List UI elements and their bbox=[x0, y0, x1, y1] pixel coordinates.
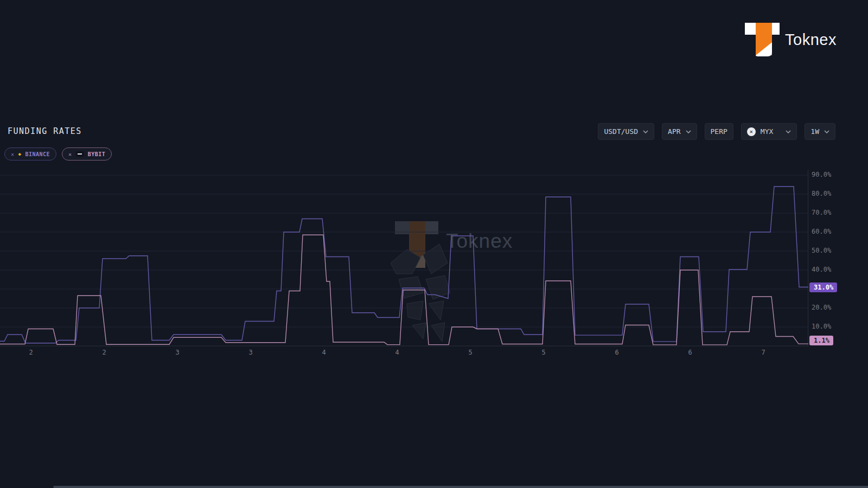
y-tick-label: 90.0% bbox=[812, 171, 831, 178]
series-line-binance bbox=[0, 187, 808, 343]
x-tick-label: 4 bbox=[395, 349, 399, 356]
x-tick-label: 5 bbox=[468, 349, 472, 356]
last-price-badge-bybit: 1.1% bbox=[809, 336, 833, 345]
chevron-down-icon bbox=[686, 130, 691, 133]
y-tick-label: 10.0% bbox=[812, 323, 831, 330]
market-type-button[interactable]: PERP bbox=[705, 123, 733, 140]
x-tick-label: 4 bbox=[322, 349, 326, 356]
x-axis: 22334455667 bbox=[0, 349, 808, 357]
app-logo: Toknex bbox=[745, 21, 837, 59]
chevron-down-icon bbox=[643, 130, 648, 133]
funding-rates-chart bbox=[0, 165, 808, 350]
x-tick-label: 2 bbox=[102, 349, 106, 356]
y-tick-label: 50.0% bbox=[812, 247, 831, 254]
logo-wordmark: Toknex bbox=[785, 31, 837, 49]
exchange-chips: ✕ ◆ BINANCE ✕ BYBIT bbox=[4, 147, 112, 160]
chevron-down-icon bbox=[786, 130, 791, 133]
y-axis: 90.0%80.0%70.0%60.0%50.0%40.0%20.0%10.0%… bbox=[808, 165, 868, 352]
binance-icon: ◆ bbox=[18, 151, 22, 157]
y-tick-label: 20.0% bbox=[812, 304, 831, 311]
x-tick-label: 3 bbox=[175, 349, 179, 356]
toknex-logo-icon bbox=[745, 21, 780, 59]
series-line-bybit bbox=[0, 235, 808, 345]
chevron-down-icon bbox=[824, 130, 829, 133]
horizontal-scrollbar[interactable] bbox=[53, 486, 868, 488]
y-tick-label: 80.0% bbox=[812, 190, 831, 197]
chart-canvas[interactable] bbox=[0, 165, 808, 350]
myx-icon: ✕ bbox=[747, 127, 756, 136]
chart-controls: USDT/USD APR PERP ✕ MYX 1W bbox=[598, 123, 835, 140]
x-tick-label: 7 bbox=[761, 349, 765, 356]
x-tick-label: 5 bbox=[541, 349, 545, 356]
market-type-value: PERP bbox=[711, 127, 727, 136]
x-tick-label: 6 bbox=[615, 349, 618, 356]
timeframe-value: 1W bbox=[810, 127, 819, 136]
x-tick-label: 6 bbox=[688, 349, 692, 356]
y-tick-label: 70.0% bbox=[812, 209, 831, 216]
venue-value: MYX bbox=[761, 127, 773, 136]
chip-bybit-label: BYBIT bbox=[88, 151, 106, 157]
rate-type-select[interactable]: APR bbox=[662, 123, 697, 140]
bybit-icon bbox=[76, 151, 84, 157]
close-icon[interactable]: ✕ bbox=[68, 151, 72, 157]
chip-bybit[interactable]: ✕ BYBIT bbox=[62, 147, 112, 160]
page-title: FUNDING RATES bbox=[8, 126, 82, 136]
chip-binance[interactable]: ✕ ◆ BINANCE bbox=[4, 147, 56, 160]
timeframe-select[interactable]: 1W bbox=[805, 123, 835, 140]
x-tick-label: 2 bbox=[29, 349, 33, 356]
last-price-badge-binance: 31.0% bbox=[809, 282, 837, 292]
y-tick-label: 60.0% bbox=[812, 228, 831, 235]
venue-select[interactable]: ✕ MYX bbox=[741, 123, 797, 140]
x-tick-label: 3 bbox=[248, 349, 252, 356]
close-icon[interactable]: ✕ bbox=[11, 151, 15, 157]
y-tick-label: 40.0% bbox=[812, 266, 831, 273]
pair-select[interactable]: USDT/USD bbox=[598, 123, 654, 140]
pair-select-value: USDT/USD bbox=[604, 127, 638, 136]
chip-binance-label: BINANCE bbox=[25, 151, 50, 157]
rate-type-value: APR bbox=[668, 127, 680, 136]
